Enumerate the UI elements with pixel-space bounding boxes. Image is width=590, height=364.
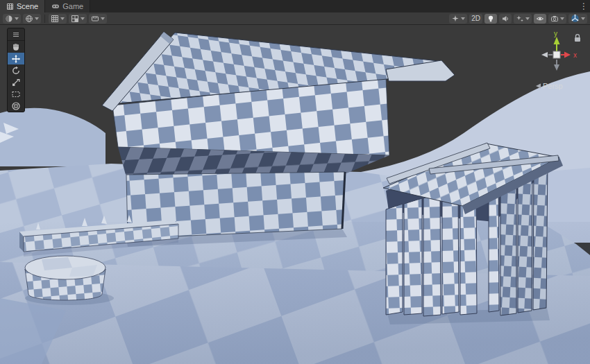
rotate-tool[interactable] xyxy=(8,64,24,76)
dropdown-arrow-icon xyxy=(35,17,39,20)
speaker-icon xyxy=(501,15,509,23)
visibility-toggle[interactable] xyxy=(534,14,546,24)
window-menu-button[interactable]: ⋮ xyxy=(578,0,590,12)
scene-viewport[interactable]: y x Persp xyxy=(0,25,590,364)
overlay-menu[interactable] xyxy=(8,28,24,41)
effects-dropdown[interactable] xyxy=(449,14,467,24)
fx-dropdown[interactable] xyxy=(514,14,532,24)
2d-toggle-label: 2D xyxy=(471,15,480,22)
snap-increment-dropdown[interactable] xyxy=(89,14,107,24)
transform-tool[interactable] xyxy=(8,100,24,112)
eye-icon xyxy=(536,15,544,23)
sparkle-icon xyxy=(516,15,524,23)
tab-game[interactable]: Game xyxy=(45,0,90,12)
axis-x-label: x xyxy=(573,51,577,59)
tabbar-spacer xyxy=(90,0,578,12)
scene-view-toolbar: 2D xyxy=(0,12,590,25)
tab-game-label: Game xyxy=(62,2,83,10)
tree-stump[interactable] xyxy=(25,256,114,305)
transform-icon xyxy=(10,101,22,111)
draw-mode-dropdown[interactable] xyxy=(3,14,21,24)
move-cross-icon xyxy=(10,54,22,64)
grid-icon xyxy=(51,15,59,23)
lock-icon xyxy=(576,35,580,37)
tools-overlay xyxy=(7,28,25,112)
dropdown-arrow-icon xyxy=(60,17,65,20)
wood-shed[interactable] xyxy=(383,143,563,324)
star-icon xyxy=(451,15,460,23)
rect-icon xyxy=(10,89,22,99)
globe-icon xyxy=(25,15,33,23)
view-hand-tool[interactable] xyxy=(8,41,24,53)
gizmo-center-cube[interactable] xyxy=(553,51,560,58)
persp-cone-icon xyxy=(536,84,541,89)
scene-grid-icon xyxy=(6,3,14,10)
scale-icon xyxy=(10,78,22,87)
axis-x-handle[interactable] xyxy=(561,52,571,58)
window-tab-bar: Scene Game ⋮ xyxy=(0,0,590,12)
gizmos-dropdown[interactable] xyxy=(568,14,587,24)
dropdown-arrow-icon xyxy=(15,17,19,20)
shaded-sphere-icon xyxy=(5,15,13,23)
gamepad-icon xyxy=(51,3,60,10)
grid-snap-dropdown[interactable] xyxy=(69,14,87,24)
projection-toggle[interactable]: Persp xyxy=(536,82,563,90)
2d-toggle[interactable]: 2D xyxy=(469,14,482,24)
dropdown-arrow-icon xyxy=(101,17,105,20)
move-tool[interactable] xyxy=(8,53,24,64)
scene-3d-render xyxy=(0,25,590,364)
axis-negx-handle[interactable] xyxy=(541,52,553,58)
toolbar-separator xyxy=(44,15,45,23)
dropdown-arrow-icon xyxy=(581,17,585,20)
orbit-view-dropdown[interactable] xyxy=(23,14,41,24)
dropdown-arrow-icon xyxy=(560,17,564,20)
snap-grid-icon xyxy=(71,15,79,23)
snap-ruler-icon xyxy=(91,15,99,23)
rotate-arrows-icon xyxy=(10,66,22,76)
lightbulb-icon xyxy=(487,15,495,23)
audio-toggle[interactable] xyxy=(499,14,512,24)
grip-icon xyxy=(10,30,22,40)
scale-tool[interactable] xyxy=(8,76,24,88)
projection-label: Persp xyxy=(543,82,563,90)
axis-negy-handle[interactable] xyxy=(554,60,559,71)
hand-icon xyxy=(10,42,22,52)
axes-globe-icon xyxy=(571,14,580,23)
camera-dropdown[interactable] xyxy=(548,14,566,24)
dropdown-arrow-icon xyxy=(461,17,465,20)
dropdown-arrow-icon xyxy=(525,17,530,20)
lighting-toggle[interactable] xyxy=(484,14,497,24)
dropdown-arrow-icon xyxy=(81,17,85,20)
rect-tool[interactable] xyxy=(8,88,24,100)
camera-icon xyxy=(550,15,559,23)
axis-y-label: y xyxy=(554,30,557,37)
tab-scene[interactable]: Scene xyxy=(0,0,45,12)
tab-scene-label: Scene xyxy=(17,2,38,10)
gizmo-lock-button[interactable] xyxy=(573,33,582,42)
grid-visibility-dropdown[interactable] xyxy=(49,14,67,24)
